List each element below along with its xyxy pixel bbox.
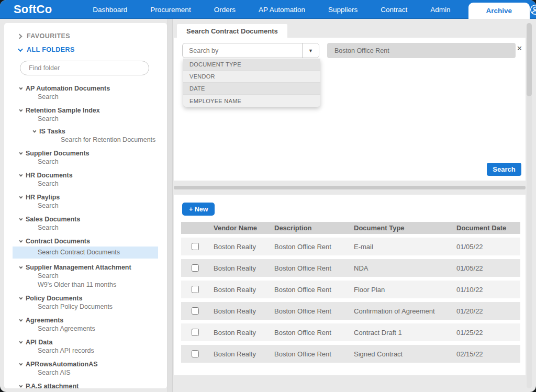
nav-item-dashboard[interactable]: Dashboard <box>93 6 127 14</box>
chevron-down-icon: ▼ <box>308 48 313 53</box>
column-header-vendor-name[interactable]: Vendor Name <box>214 224 274 232</box>
folder-item-search-contract-documents-selected[interactable]: Search Contract Documents <box>13 247 158 259</box>
top-nav-bar: SoftCo Dashboard Procurement Orders AP A… <box>0 0 536 19</box>
dropdown-option-employee-name[interactable]: EMPLOYEE NAME <box>183 95 320 107</box>
cell-description: Boston Office Rent <box>274 307 354 315</box>
folder-item-search[interactable]: Search <box>4 93 167 102</box>
cell-document-type: NDA <box>354 264 456 272</box>
chevron-down-icon <box>19 265 23 268</box>
folder-item-w9s-older[interactable]: W9's Older than 11 months <box>4 281 167 289</box>
sidebar-section-all-folders[interactable]: ALL FOLDERS <box>4 43 167 57</box>
cell-document-date: 01/05/22 <box>456 243 520 251</box>
folder-item-search-ais[interactable]: Search AIS <box>4 368 167 377</box>
folder-item-search[interactable]: Search <box>4 272 167 281</box>
table-row[interactable]: Boston Realty Boston Office Rent Confirm… <box>181 302 520 320</box>
folder-contract-documents[interactable]: Contract Documents <box>4 237 167 245</box>
new-document-button[interactable]: + New <box>182 203 215 216</box>
search-panel-tab[interactable]: Search Contract Documents <box>177 24 287 38</box>
chevron-right-icon <box>17 33 23 39</box>
folder-policy-documents[interactable]: Policy Documents <box>4 294 167 303</box>
nav-item-ap-automation[interactable]: AP Automation <box>259 6 305 14</box>
main-scrollbar[interactable] <box>527 23 532 388</box>
table-row[interactable]: Boston Realty Boston Office Rent Contrac… <box>181 323 520 341</box>
folder-retention-sample-index[interactable]: Retention Sample Index <box>4 106 167 115</box>
folder-is-tasks[interactable]: IS Tasks <box>18 127 167 136</box>
cell-vendor: Boston Realty <box>214 329 274 337</box>
sidebar-section-favourites[interactable]: FAVOURITES <box>4 29 167 43</box>
folder-pas-attachment[interactable]: P.A.S attachment <box>4 382 167 388</box>
folder-item-search[interactable]: Search <box>4 223 167 232</box>
cell-document-type: Floor Plan <box>354 286 456 294</box>
chevron-down-icon <box>19 384 23 387</box>
cell-document-type: E-mail <box>354 243 456 251</box>
folder-item-search-api-records[interactable]: Search API records <box>4 346 167 355</box>
find-folder-input[interactable] <box>20 61 149 75</box>
find-folder-wrap <box>4 57 167 79</box>
app-window: SoftCo Dashboard Procurement Orders AP A… <box>0 0 536 392</box>
nav-tab-archive-active[interactable]: Archive <box>468 3 530 19</box>
folder-hr-paylips[interactable]: HR Paylips <box>4 193 167 201</box>
folder-item-search-retention-documents[interactable]: Search for Retention Documents <box>18 136 167 144</box>
search-value-input[interactable] <box>327 43 516 58</box>
row-select-checkbox[interactable] <box>192 350 199 357</box>
folder-item-search[interactable]: Search <box>4 180 167 188</box>
folder-item-search[interactable]: Search <box>4 158 167 166</box>
nav-item-orders[interactable]: Orders <box>214 6 236 14</box>
folder-supplier-management-attachment[interactable]: Supplier Management Attachment <box>4 263 167 272</box>
cell-vendor: Boston Realty <box>214 243 274 251</box>
row-select-checkbox[interactable] <box>192 286 199 293</box>
dropdown-option-vendor[interactable]: VENDOR <box>183 71 320 83</box>
table-row[interactable]: Boston Realty Boston Office Rent E-mail … <box>181 238 520 255</box>
cell-description: Boston Office Rent <box>274 329 354 337</box>
table-row[interactable]: Boston Realty Boston Office Rent Floor P… <box>181 281 520 298</box>
folder-hr-documents[interactable]: HR Documents <box>4 171 167 180</box>
column-header-document-date[interactable]: Document Date <box>456 224 520 232</box>
chevron-down-icon <box>19 340 23 343</box>
chevron-down-icon <box>19 239 23 242</box>
panel-splitter[interactable] <box>174 186 526 189</box>
chevron-down-icon <box>19 151 23 154</box>
cell-document-type: Contract Draft 1 <box>354 329 456 337</box>
nav-item-suppliers[interactable]: Suppliers <box>328 6 358 14</box>
table-row[interactable]: Boston Realty Boston Office Rent Signed … <box>181 345 520 363</box>
dropdown-option-document-type[interactable]: DOCUMENT TYPE <box>183 59 320 71</box>
folder-ap-automation-documents[interactable]: AP Automation Documents <box>4 84 167 93</box>
folder-agreements[interactable]: Agreements <box>4 316 167 324</box>
table-row[interactable]: Boston Realty Boston Office Rent NDA 01/… <box>181 259 520 277</box>
cell-document-date: 01/20/22 <box>456 307 520 315</box>
folder-api-data[interactable]: API Data <box>4 338 167 346</box>
clear-search-icon[interactable]: ✕ <box>517 45 522 52</box>
chevron-down-icon <box>19 296 23 299</box>
folder-item-search-agreements[interactable]: Search Agreements <box>4 324 167 333</box>
nav-item-procurement[interactable]: Procurement <box>150 6 191 14</box>
folder-item-search[interactable]: Search <box>4 201 167 210</box>
sidebar-splitter[interactable] <box>168 19 173 392</box>
chevron-down-icon <box>19 217 23 220</box>
row-select-checkbox[interactable] <box>192 243 199 250</box>
search-by-dropdown-button[interactable]: ▼ <box>302 43 319 58</box>
nav-item-contract[interactable]: Contract <box>381 6 407 14</box>
row-select-checkbox[interactable] <box>192 329 199 336</box>
row-select-checkbox[interactable] <box>192 264 199 272</box>
cell-document-type: Signed Contract <box>354 350 456 358</box>
nav-item-admin[interactable]: Admin <box>430 6 450 14</box>
dropdown-option-date[interactable]: DATE <box>183 83 320 95</box>
scrollbar-thumb[interactable] <box>527 23 532 96</box>
column-header-description[interactable]: Description <box>274 224 354 232</box>
folder-item-search-policy-documents[interactable]: Search Policy Documents <box>4 303 167 311</box>
main-nav: Dashboard Procurement Orders AP Automati… <box>93 6 450 14</box>
search-button[interactable]: Search <box>487 163 521 176</box>
search-by-select[interactable]: Search by <box>183 43 302 58</box>
chevron-down-icon <box>19 173 23 176</box>
folder-supplier-documents[interactable]: Supplier Documents <box>4 149 167 158</box>
search-by-combo: Search by ▼ <box>182 43 319 58</box>
user-account-icon[interactable] <box>530 4 536 15</box>
cell-description: Boston Office Rent <box>274 350 354 358</box>
chevron-down-icon <box>32 129 36 132</box>
folder-item-search[interactable]: Search <box>4 115 167 124</box>
folder-aprows-automation-as[interactable]: APRowsAutomationAS <box>4 360 167 368</box>
column-header-document-type[interactable]: Document Type <box>354 224 456 232</box>
folder-sales-documents[interactable]: Sales Documents <box>4 215 167 223</box>
results-table: Vendor Name Description Document Type Do… <box>181 222 520 363</box>
row-select-checkbox[interactable] <box>192 307 199 315</box>
